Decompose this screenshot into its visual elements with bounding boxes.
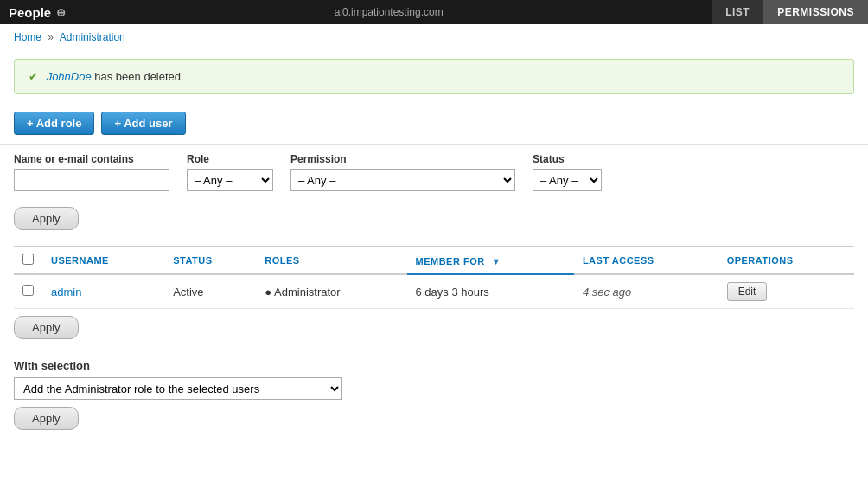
filter-role-label: Role [187,153,273,165]
username-link[interactable]: admin [51,286,81,299]
filter-permission-label: Permission [290,153,515,165]
row-member-for: 6 days 3 hours [407,274,574,309]
filter-status-select[interactable]: – Any – [533,169,602,191]
filter-row: Name or e-mail contains Role – Any – Per… [14,153,854,191]
th-operations: OPERATIONS [718,247,854,275]
page-title: People ⊕ [9,5,66,20]
filter-name-input[interactable] [14,169,169,191]
url-display: al0.impationtesting.com [66,6,712,18]
row-checkbox-cell [14,274,42,309]
filter-apply-button[interactable]: Apply [14,207,79,230]
add-role-button[interactable]: + Add role [14,112,94,135]
th-username[interactable]: USERNAME [42,247,164,275]
ws-apply-button[interactable]: Apply [14,407,79,430]
th-status[interactable]: STATUS [164,247,256,275]
with-selection-dropdown[interactable]: Add the Administrator role to the select… [14,377,342,400]
success-text: has been deleted. [94,70,183,83]
tab-list[interactable]: LIST [712,0,763,24]
breadcrumb-current[interactable]: Administration [60,31,125,43]
tab-permissions[interactable]: PERMISSIONS [763,0,868,24]
mid-apply-row: Apply [0,309,868,346]
mid-apply-button[interactable]: Apply [14,316,79,339]
row-roles: ● Administrator [256,274,406,309]
table-row: admin Active ● Administrator 6 days 3 ho… [14,274,854,309]
filter-permission-select[interactable]: – Any – [290,169,515,191]
row-operations: Edit [718,274,854,309]
filter-apply-row: Apply [14,200,854,237]
breadcrumb: Home » Administration [0,24,868,50]
filter-role-select[interactable]: – Any – [187,169,273,191]
role-bullet: ● [265,286,274,299]
breadcrumb-sep: » [48,31,54,43]
th-checkbox [14,247,42,275]
plus-icon[interactable]: ⊕ [56,6,66,19]
filter-section: Name or e-mail contains Role – Any – Per… [0,144,868,242]
filter-name-label: Name or e-mail contains [14,153,169,165]
with-selection-row: Add the Administrator role to the select… [14,377,854,400]
action-buttons: + Add role + Add user [0,103,868,144]
with-selection-section: With selection Add the Administrator rol… [0,350,868,435]
row-checkbox[interactable] [22,285,34,296]
filter-status-group: Status – Any – [533,153,602,191]
th-member-for[interactable]: MEMBER FOR ▼ [407,247,574,275]
row-status: Active [164,274,256,309]
select-all-checkbox[interactable] [22,254,34,265]
table-section: USERNAME STATUS ROLES MEMBER FOR ▼ LAST … [0,246,868,309]
success-message: ✔ JohnDoe has been deleted. [14,59,854,94]
sort-arrow-icon: ▼ [491,256,501,267]
people-table: USERNAME STATUS ROLES MEMBER FOR ▼ LAST … [14,246,854,309]
filter-permission-group: Permission – Any – [290,153,515,191]
th-last-access[interactable]: LAST ACCESS [574,247,718,275]
deleted-username[interactable]: JohnDoe [47,70,92,83]
add-user-button[interactable]: + Add user [101,112,185,135]
edit-button[interactable]: Edit [727,282,768,301]
role-name: Administrator [274,286,341,299]
row-last-access: 4 sec ago [574,274,718,309]
breadcrumb-home[interactable]: Home [14,31,41,43]
tab-group: LIST PERMISSIONS [712,0,868,24]
filter-name-group: Name or e-mail contains [14,153,169,191]
with-selection-label: With selection [14,359,854,372]
page-title-text: People [9,5,51,20]
last-access-value: 4 sec ago [583,286,631,299]
row-username: admin [42,274,164,309]
filter-status-label: Status [533,153,602,165]
table-header-row: USERNAME STATUS ROLES MEMBER FOR ▼ LAST … [14,247,854,275]
filter-role-group: Role – Any – [187,153,273,191]
th-roles[interactable]: ROLES [256,247,406,275]
top-bar: People ⊕ al0.impationtesting.com LIST PE… [0,0,868,24]
success-checkmark: ✔ [29,70,38,83]
